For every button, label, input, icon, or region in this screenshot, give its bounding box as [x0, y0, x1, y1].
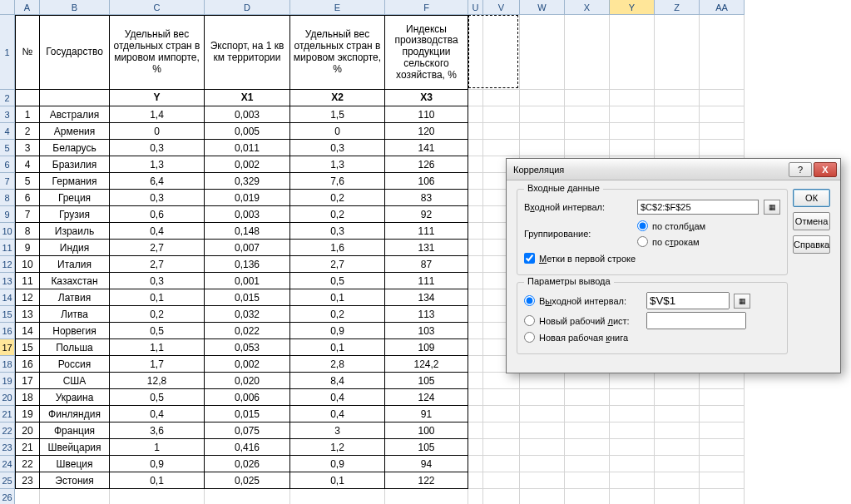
- cell-F8[interactable]: 83: [385, 190, 468, 206]
- cell-Y25[interactable]: [610, 472, 655, 489]
- cell-B13[interactable]: Казахстан: [40, 273, 110, 289]
- cell-F18[interactable]: 124,2: [385, 356, 468, 373]
- var-F[interactable]: X3: [385, 90, 468, 106]
- cell-C8[interactable]: 0,3: [110, 190, 205, 206]
- cell-B9[interactable]: Грузия: [40, 206, 110, 223]
- cell-E9[interactable]: 0,2: [290, 206, 385, 223]
- row-header-16[interactable]: 16: [0, 323, 15, 339]
- cell-V23[interactable]: [483, 439, 520, 456]
- ok-button[interactable]: ОК: [793, 189, 830, 207]
- cell-B24[interactable]: Швеция: [40, 456, 110, 472]
- cell-E13[interactable]: 0,5: [290, 273, 385, 289]
- cell-F20[interactable]: 124: [385, 389, 468, 406]
- cell-A3[interactable]: 1: [15, 106, 40, 123]
- cell-Z20[interactable]: [655, 389, 700, 406]
- cell-D19[interactable]: 0,020: [205, 373, 290, 389]
- select-all-corner[interactable]: [0, 0, 15, 14]
- cell-AA21[interactable]: [700, 406, 745, 422]
- cell-F11[interactable]: 131: [385, 240, 468, 256]
- row-header-2[interactable]: 2: [0, 90, 15, 106]
- cell-B14[interactable]: Латвия: [40, 289, 110, 306]
- cell-X24[interactable]: [565, 456, 610, 472]
- cell-Z4[interactable]: [655, 123, 700, 140]
- cell-C11[interactable]: 2,7: [110, 240, 205, 256]
- cell-F7[interactable]: 106: [385, 173, 468, 190]
- cell-A17[interactable]: 15: [15, 339, 40, 356]
- cell-E7[interactable]: 7,6: [290, 173, 385, 190]
- cell-D11[interactable]: 0,007: [205, 240, 290, 256]
- cell-A23[interactable]: 21: [15, 439, 40, 456]
- cell-B4[interactable]: Армения: [40, 123, 110, 140]
- cell-B18[interactable]: Россия: [40, 356, 110, 373]
- cell-V2[interactable]: [483, 90, 520, 106]
- cell-E23[interactable]: 1,2: [290, 439, 385, 456]
- cell-X21[interactable]: [565, 406, 610, 422]
- new-sheet-input[interactable]: [524, 315, 535, 326]
- cell-F25[interactable]: 122: [385, 472, 468, 489]
- cell-C3[interactable]: 1,4: [110, 106, 205, 123]
- cell-C13[interactable]: 0,3: [110, 273, 205, 289]
- help-action-button[interactable]: Справка: [793, 235, 830, 254]
- cell-F5[interactable]: 141: [385, 140, 468, 156]
- cell-F3[interactable]: 110: [385, 106, 468, 123]
- cell-C18[interactable]: 1,7: [110, 356, 205, 373]
- cell-C21[interactable]: 0,4: [110, 406, 205, 422]
- cell-D8[interactable]: 0,019: [205, 190, 290, 206]
- row-header-5[interactable]: 5: [0, 140, 15, 156]
- cell-F16[interactable]: 103: [385, 323, 468, 339]
- cell-B26[interactable]: [40, 489, 110, 504]
- cell-E14[interactable]: 0,1: [290, 289, 385, 306]
- cell-B25[interactable]: Эстония: [40, 472, 110, 489]
- cell-U3[interactable]: [468, 106, 483, 123]
- cell-U21[interactable]: [468, 406, 483, 422]
- cell-Z5[interactable]: [655, 140, 700, 156]
- cell-AA22[interactable]: [700, 422, 745, 439]
- cell-B6[interactable]: Бразилия: [40, 156, 110, 173]
- header-B[interactable]: Государство: [40, 15, 110, 90]
- cell-U19[interactable]: [468, 373, 483, 389]
- cell-U26[interactable]: [468, 489, 483, 504]
- cell-C24[interactable]: 0,9: [110, 456, 205, 472]
- cell-U8[interactable]: [468, 190, 483, 206]
- cell-X26[interactable]: [565, 489, 610, 504]
- cell-Z19[interactable]: [655, 373, 700, 389]
- cell-E16[interactable]: 0,9: [290, 323, 385, 339]
- row-header-22[interactable]: 22: [0, 422, 15, 439]
- cell-W22[interactable]: [520, 422, 565, 439]
- cell-B15[interactable]: Литва: [40, 306, 110, 323]
- cell-Z24[interactable]: [655, 456, 700, 472]
- cell-U14[interactable]: [468, 289, 483, 306]
- row-header-20[interactable]: 20: [0, 389, 15, 406]
- cell-A6[interactable]: 4: [15, 156, 40, 173]
- cell-W2[interactable]: [520, 90, 565, 106]
- cell-Y2[interactable]: [610, 90, 655, 106]
- cell-AA20[interactable]: [700, 389, 745, 406]
- cell-B5[interactable]: Беларусь: [40, 140, 110, 156]
- cell-D9[interactable]: 0,003: [205, 206, 290, 223]
- cell-A26[interactable]: [15, 489, 40, 504]
- cell-Y24[interactable]: [610, 456, 655, 472]
- cell-AA26[interactable]: [700, 489, 745, 504]
- cell-D20[interactable]: 0,006: [205, 389, 290, 406]
- cell-A7[interactable]: 5: [15, 173, 40, 190]
- cell-D5[interactable]: 0,011: [205, 140, 290, 156]
- cell-E15[interactable]: 0,2: [290, 306, 385, 323]
- row-header-25[interactable]: 25: [0, 472, 15, 489]
- cell-A9[interactable]: 7: [15, 206, 40, 223]
- cell-F15[interactable]: 113: [385, 306, 468, 323]
- cell-E25[interactable]: 0,1: [290, 472, 385, 489]
- cell-A13[interactable]: 11: [15, 273, 40, 289]
- cell-D15[interactable]: 0,032: [205, 306, 290, 323]
- cell-U2[interactable]: [468, 90, 483, 106]
- row-header-8[interactable]: 8: [0, 190, 15, 206]
- cell-U4[interactable]: [468, 123, 483, 140]
- cell-Z3[interactable]: [655, 106, 700, 123]
- cell-C10[interactable]: 0,4: [110, 223, 205, 240]
- cell-C5[interactable]: 0,3: [110, 140, 205, 156]
- cell-D6[interactable]: 0,002: [205, 156, 290, 173]
- cell-X2[interactable]: [565, 90, 610, 106]
- cell-V21[interactable]: [483, 406, 520, 422]
- cell-C16[interactable]: 0,5: [110, 323, 205, 339]
- cell-W4[interactable]: [520, 123, 565, 140]
- cell-Y26[interactable]: [610, 489, 655, 504]
